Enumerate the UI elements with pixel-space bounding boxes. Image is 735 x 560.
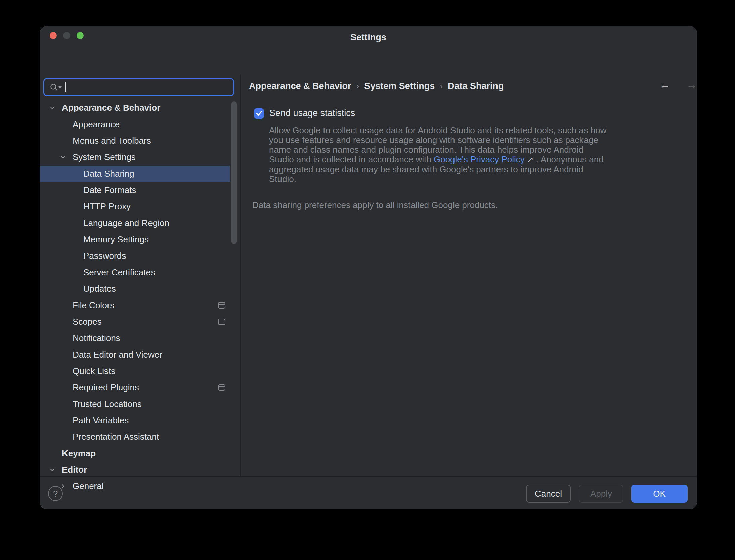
settings-sidebar: Appearance & BehaviorAppearanceMenus and… [40, 49, 240, 476]
help-button[interactable]: ? [48, 486, 63, 501]
sidebar-item-presentation-assistant[interactable]: Presentation Assistant [40, 429, 230, 445]
settings-window: Settings Appearance & BehaviorAppearance… [40, 26, 697, 509]
sidebar-item-label: HTTP Proxy [83, 201, 131, 212]
sidebar-item-scopes[interactable]: Scopes [40, 314, 230, 330]
sidebar-item-appearance-behavior[interactable]: Appearance & Behavior [40, 100, 230, 116]
sidebar-item-label: Memory Settings [83, 234, 149, 245]
sidebar-item-date-formats[interactable]: Date Formats [40, 182, 230, 198]
description-line: name and class names and plugin configur… [269, 145, 605, 155]
sidebar-item-label: Keymap [62, 448, 96, 459]
sidebar-item-label: Updates [83, 284, 116, 294]
sidebar-item-quick-lists[interactable]: Quick Lists [40, 363, 230, 379]
sidebar-item-file-colors[interactable]: File Colors [40, 297, 230, 314]
sidebar-item-data-sharing[interactable]: Data Sharing [40, 166, 230, 182]
sidebar-item-label: Language and Region [83, 218, 169, 228]
cancel-button[interactable]: Cancel [526, 485, 571, 503]
sidebar-item-required-plugins[interactable]: Required Plugins [40, 379, 230, 396]
ok-button[interactable]: OK [631, 485, 688, 503]
sidebar-item-label: Required Plugins [73, 382, 139, 393]
chevron-down-icon[interactable] [49, 105, 55, 111]
data-sharing-note: Data sharing preferences apply to all in… [252, 200, 498, 211]
sidebar-item-label: Presentation Assistant [73, 432, 159, 442]
tree-chevron-slot [49, 105, 62, 111]
sidebar-item-editor[interactable]: Editor [40, 462, 230, 478]
footer-bar: ? Cancel Apply OK [40, 477, 697, 509]
sidebar-item-label: Notifications [73, 333, 120, 343]
text-cursor [65, 82, 66, 92]
description-line: Studio and is collected in accordance wi… [269, 155, 605, 165]
sidebar-item-label: Date Formats [83, 185, 136, 195]
project-settings-icon [218, 384, 225, 391]
title-bar: Settings [40, 26, 697, 49]
tree-chevron-slot [60, 154, 73, 160]
usage-statistics-description: Allow Google to collect usage data for A… [269, 126, 605, 184]
sidebar-item-label: Data Sharing [83, 169, 134, 179]
forward-arrow-icon[interactable]: → [686, 79, 697, 91]
sidebar-item-notifications[interactable]: Notifications [40, 330, 230, 346]
sidebar-item-memory-settings[interactable]: Memory Settings [40, 231, 230, 248]
history-navigation: ← → [659, 79, 697, 91]
privacy-policy-link[interactable]: Google's Privacy Policy [434, 154, 525, 165]
sidebar-scrollbar[interactable] [231, 101, 237, 244]
send-usage-statistics-row: Send usage statistics [254, 108, 355, 119]
search-field[interactable] [43, 78, 234, 96]
sidebar-item-label: Server Certificates [83, 267, 155, 278]
sidebar-item-language-and-region[interactable]: Language and Region [40, 215, 230, 231]
sidebar-item-http-proxy[interactable]: HTTP Proxy [40, 198, 230, 215]
sidebar-item-label: Trusted Locations [73, 399, 142, 409]
sidebar-item-label: Data Editor and Viewer [73, 349, 162, 360]
sidebar-item-label: Editor [62, 465, 87, 475]
breadcrumb-separator: › [356, 81, 359, 91]
sidebar-item-keymap[interactable]: Keymap [40, 445, 230, 462]
send-usage-statistics-label: Send usage statistics [269, 108, 355, 119]
sidebar-item-label: Scopes [73, 317, 102, 327]
breadcrumb-separator: › [440, 81, 443, 91]
sidebar-item-appearance[interactable]: Appearance [40, 116, 230, 133]
sidebar-item-label: Path Variables [73, 415, 129, 426]
sidebar-item-label: Passwords [83, 251, 126, 261]
sidebar-item-label: Appearance [73, 119, 120, 130]
external-link-icon: ↗ [525, 155, 534, 164]
sidebar-item-label: File Colors [73, 300, 114, 311]
description-line: Allow Google to collect usage data for A… [269, 126, 605, 135]
project-settings-icon [218, 319, 225, 325]
chevron-down-icon[interactable] [49, 467, 55, 473]
project-settings-icon [218, 302, 225, 309]
breadcrumb-item[interactable]: Appearance & Behavior [249, 81, 351, 91]
sidebar-item-label: System Settings [73, 152, 136, 162]
sidebar-item-label: Quick Lists [73, 366, 115, 376]
sidebar-item-updates[interactable]: Updates [40, 281, 230, 297]
checkmark-icon [255, 109, 263, 118]
settings-tree: Appearance & BehaviorAppearanceMenus and… [40, 100, 230, 495]
sidebar-item-system-settings[interactable]: System Settings [40, 149, 230, 166]
sidebar-item-passwords[interactable]: Passwords [40, 248, 230, 264]
sidebar-item-data-editor-and-viewer[interactable]: Data Editor and Viewer [40, 346, 230, 363]
apply-button[interactable]: Apply [579, 485, 623, 503]
sidebar-item-label: Appearance & Behavior [62, 103, 160, 113]
tree-chevron-slot [49, 467, 62, 473]
chevron-down-icon[interactable] [60, 154, 66, 160]
window-title: Settings [40, 32, 697, 43]
sidebar-item-trusted-locations[interactable]: Trusted Locations [40, 396, 230, 412]
description-line: aggregated usage data may be shared with… [269, 165, 605, 174]
sidebar-item-path-variables[interactable]: Path Variables [40, 412, 230, 429]
sidebar-item-label: Menus and Toolbars [73, 136, 151, 146]
desktop-background: Settings Appearance & BehaviorAppearance… [0, 0, 735, 560]
send-usage-statistics-checkbox[interactable] [254, 108, 264, 119]
breadcrumb: Appearance & Behavior›System Settings›Da… [249, 81, 504, 91]
sidebar-item-menus-and-toolbars[interactable]: Menus and Toolbars [40, 133, 230, 149]
breadcrumb-item[interactable]: System Settings [364, 81, 435, 91]
settings-content: Appearance & Behavior›System Settings›Da… [240, 49, 697, 476]
back-arrow-icon[interactable]: ← [659, 79, 670, 91]
sidebar-item-server-certificates[interactable]: Server Certificates [40, 264, 230, 281]
description-line: you use features and resource usage alon… [269, 135, 605, 145]
search-icon [50, 83, 63, 92]
search-input[interactable] [69, 80, 230, 94]
description-line: Studio. [269, 174, 605, 184]
breadcrumb-item: Data Sharing [448, 81, 504, 91]
